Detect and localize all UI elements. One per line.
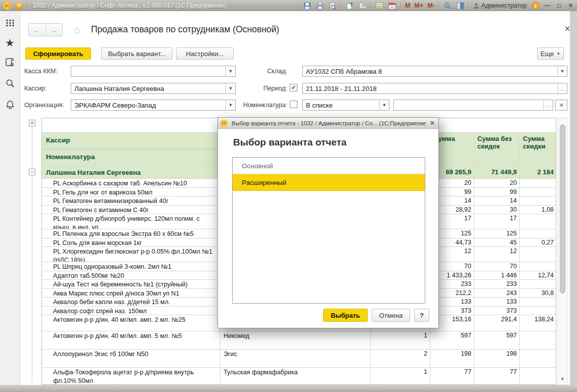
collapse-group-toggle[interactable]: − (29, 169, 35, 175)
cell-sum-no-discount: 17 (474, 214, 520, 229)
dialog-titlebar[interactable]: 1С Выбор варианта отчета - 1032 / Админи… (218, 118, 438, 129)
cell-discount (520, 350, 556, 368)
organization-label: Организация: (24, 102, 64, 109)
memory-m-button[interactable]: M (405, 2, 410, 9)
notifications-bell-icon[interactable] (6, 100, 15, 111)
cell-discount (520, 214, 556, 229)
close-form-icon[interactable]: ✕ (563, 24, 572, 33)
cell-sum-no-discount: 1 446 (474, 271, 520, 280)
cell-nomenclature: Ай-шуа Тест на беременность №1 (струйный… (42, 280, 220, 289)
ellipsis-button[interactable]: ... (543, 100, 553, 110)
search-icon[interactable] (6, 79, 15, 90)
group-cashier-name: Лапшина Наталия Сергеевна (42, 167, 220, 179)
zoom-icon[interactable] (443, 2, 452, 10)
clear-field-button[interactable]: ✕ (555, 100, 567, 111)
table-row[interactable]: Аллопуринол Эгис тб 100мг N50 Эгис 2 198… (42, 350, 556, 368)
dialog-cancel-button[interactable]: Отмена (372, 309, 410, 322)
cell-discount (520, 229, 556, 238)
dropdown-arrow-icon[interactable]: ▼ (226, 83, 235, 93)
split-window-icon[interactable] (456, 2, 465, 10)
cashier-field[interactable]: Лапшина Наталия Сергеевна▼ (71, 83, 236, 94)
select-variant-button[interactable]: Выбрать вариант... (101, 47, 172, 60)
cell-nomenclature: PL Шприц одноразовый 3-комп. 2мл №1 (42, 262, 220, 271)
1c-logo-icon: 1С (3, 2, 11, 10)
window-bottom-border (0, 385, 577, 392)
forward-button[interactable]: → (46, 24, 63, 36)
cell-nomenclature: PL Хлоргексидин биглюконат р-р 0.05% фл.… (42, 247, 220, 262)
calendar-icon[interactable]: 31 (388, 2, 396, 10)
table-row[interactable]: Актовегин р-р д/ин. 40 мг/мл. амп. 5 мл.… (42, 331, 556, 350)
nomenclature-checkbox[interactable] (290, 101, 297, 108)
cell-nomenclature: Адаптол таб.500мг №20 (42, 271, 220, 280)
more-button[interactable]: Еще▼ (537, 47, 564, 60)
scrollbar-thumb[interactable] (560, 124, 565, 293)
dialog-help-button[interactable]: ? (414, 309, 429, 322)
generate-button[interactable]: Сформировать (25, 47, 91, 60)
tree-guide-line (32, 126, 32, 383)
dropdown-arrow-icon[interactable]: ▼ (226, 100, 235, 110)
calculator-icon[interactable] (375, 2, 384, 10)
nomenclature-value-field[interactable]: ... (393, 100, 553, 111)
variant-option-osnovnoy[interactable]: Основной (233, 158, 425, 174)
minimize-button[interactable]: — (544, 2, 551, 9)
chevron-down-icon: ▼ (556, 52, 560, 56)
go-to-link-icon[interactable] (358, 2, 367, 10)
dialog-select-button[interactable]: Выбрать (323, 309, 368, 322)
group-discount-total: 2 184 (520, 167, 556, 179)
dropdown-arrow-icon[interactable]: ▼ (226, 66, 235, 76)
cell-sum-no-discount: 14 (474, 197, 520, 206)
dropdown-arrow-icon[interactable]: ▼ (379, 100, 389, 110)
back-button[interactable]: ← (29, 24, 46, 36)
main-menu-dropdown-icon[interactable]: ▼ (15, 2, 23, 10)
memory-m-minus-button[interactable]: M- (427, 2, 435, 9)
print-icon[interactable] (316, 2, 324, 10)
cell-nomenclature: Альфа-Токоферола ацетат р-р д/приема вну… (42, 368, 220, 385)
cell-sum-no-discount: 99 (474, 188, 520, 197)
nomenclature-condition-field[interactable]: В списке▼ (302, 100, 389, 111)
cell-sum-no-discount: 243 (474, 289, 520, 298)
1c-logo-icon: 1С (220, 120, 228, 127)
organization-field[interactable]: ЭРКАФАРМ Северо-Запад▼ (71, 100, 236, 111)
info-icon[interactable]: i (531, 2, 540, 10)
settings-button[interactable]: Настройки... (176, 47, 234, 60)
maximize-button[interactable]: □ (555, 2, 563, 9)
dialog-title: Выбор варианта отчета - 1032 / Администр… (232, 120, 426, 126)
close-window-button[interactable]: ✕ (567, 2, 574, 9)
warehouse-field[interactable]: АУ1032 СПб Абрамова 8▼ (302, 66, 567, 77)
vertical-scrollbar[interactable]: ▼ (558, 118, 567, 385)
cell-sum-no-discount: 12 (474, 247, 520, 262)
header-cashier[interactable]: Кассир (42, 133, 220, 150)
history-icon[interactable] (5, 58, 15, 69)
group-sum-no-discount-total: 71 449,9 (474, 167, 520, 179)
cell-producer: Тульская фармафабрика (220, 368, 371, 385)
save-icon[interactable] (303, 2, 312, 10)
variant-list: Основной Расширенный (232, 157, 425, 304)
dropdown-arrow-icon[interactable]: ▼ (557, 66, 567, 76)
cell-sum-no-discount: 133 (474, 298, 520, 307)
dialog-close-icon[interactable]: ✕ (426, 119, 438, 127)
current-user[interactable]: Администратор (473, 2, 527, 9)
period-checkbox[interactable]: ✔ (290, 84, 297, 91)
kkm-field[interactable]: ▼ (71, 66, 236, 77)
cell-sum-no-discount: 77 (474, 368, 520, 385)
table-row[interactable]: Альфа-Токоферола ацетат р-р д/приема вну… (42, 368, 556, 385)
add-to-favorites-icon[interactable]: ☆ (72, 25, 82, 37)
header-sum-discount[interactable]: Сумма скидки (520, 133, 556, 167)
cell-discount (520, 179, 556, 188)
scroll-down-arrow-icon[interactable]: ▼ (558, 377, 567, 381)
ellipsis-button[interactable]: ... (557, 83, 567, 93)
expand-all-toggle[interactable]: + (29, 120, 35, 126)
cell-sum: 597 (430, 331, 474, 350)
cell-discount: 12,74 (520, 271, 556, 280)
divider (341, 2, 341, 9)
menu-grid-icon[interactable] (6, 19, 15, 28)
header-nomenclature[interactable]: Номенклатура (42, 150, 220, 166)
get-link-icon[interactable] (345, 2, 354, 10)
print-preview-icon[interactable] (328, 2, 337, 10)
favorites-star-icon[interactable]: ★ (5, 38, 15, 47)
period-field[interactable]: 21.11.2018 - 21.11.2018... (302, 83, 567, 94)
variant-option-rasshirenny[interactable]: Расширенный (233, 174, 425, 191)
header-sum-no-discount[interactable]: Сумма без скидок (474, 133, 520, 167)
cell-discount (520, 262, 556, 271)
memory-m-plus-button[interactable]: M+ (415, 2, 424, 9)
